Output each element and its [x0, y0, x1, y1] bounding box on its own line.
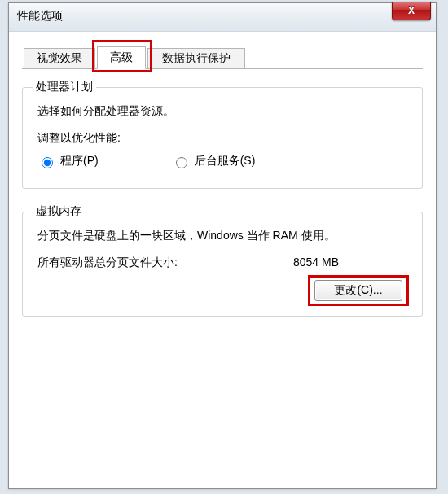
tab-label: 视觉效果 [37, 51, 82, 66]
change-button[interactable]: 更改(C)... [314, 280, 402, 301]
vm-desc: 分页文件是硬盘上的一块区域，Windows 当作 RAM 使用。 [37, 227, 407, 244]
performance-options-window: 性能选项 X 视觉效果 高级 数据执行保护 [8, 2, 437, 489]
vm-button-row: 更改(C)... [37, 280, 407, 301]
window-title: 性能选项 [17, 9, 63, 24]
radio-programs-label: 程序(P) [60, 154, 99, 168]
radio-programs-input[interactable] [42, 157, 53, 168]
group-legend: 虚拟内存 [33, 204, 85, 219]
radio-programs[interactable]: 程序(P) [37, 154, 99, 168]
vm-total-value: 8054 MB [293, 256, 407, 270]
vm-total-row: 所有驱动器总分页文件大小: 8054 MB [37, 256, 407, 270]
vm-total-label: 所有驱动器总分页文件大小: [37, 256, 293, 270]
window-body: 视觉效果 高级 数据执行保护 处理器计划 选择如何分配处理器资源。 调整以优化性… [9, 32, 436, 489]
group-processor-scheduling: 处理器计划 选择如何分配处理器资源。 调整以优化性能: 程序(P) 后台服务(S… [22, 87, 423, 189]
scheduler-radio-row: 程序(P) 后台服务(S) [37, 154, 407, 168]
group-virtual-memory: 虚拟内存 分页文件是硬盘上的一块区域，Windows 当作 RAM 使用。 所有… [22, 212, 423, 317]
tab-visual-effects[interactable]: 视觉效果 [24, 48, 95, 69]
scheduler-subhead: 调整以优化性能: [37, 131, 407, 146]
change-button-label: 更改(C)... [334, 283, 382, 296]
close-button[interactable]: X [392, 2, 431, 20]
scheduler-desc: 选择如何分配处理器资源。 [37, 103, 407, 120]
tab-row: 视觉效果 高级 数据执行保护 [22, 45, 423, 69]
close-icon: X [408, 5, 415, 16]
radio-services-label: 后台服务(S) [195, 154, 256, 168]
radio-services-input[interactable] [176, 157, 187, 168]
tab-dep[interactable]: 数据执行保护 [147, 48, 245, 69]
titlebar: 性能选项 X [9, 3, 436, 32]
radio-background-services[interactable]: 后台服务(S) [172, 154, 256, 168]
group-legend: 处理器计划 [33, 80, 96, 94]
tab-label: 数据执行保护 [162, 51, 231, 66]
tab-advanced[interactable]: 高级 [97, 46, 146, 69]
highlight-change-wrap: 更改(C)... [314, 280, 402, 301]
tab-label: 高级 [110, 50, 133, 65]
